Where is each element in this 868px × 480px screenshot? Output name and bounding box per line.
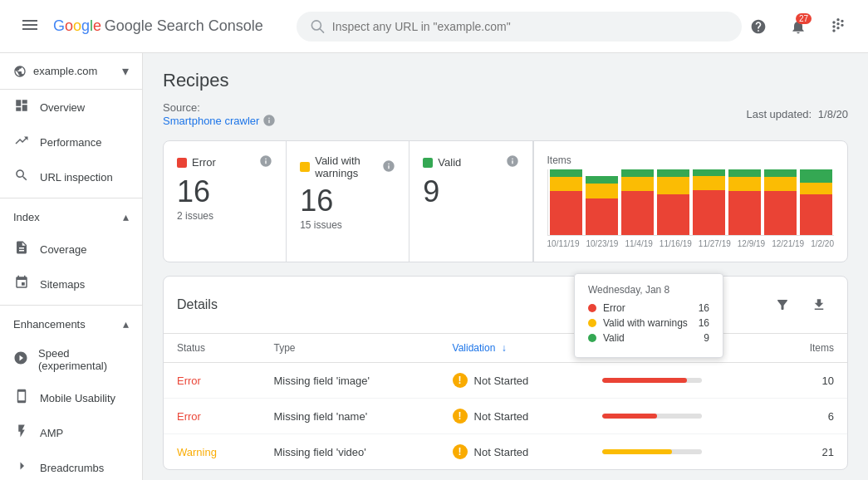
- x-axis-label: 10/11/19: [547, 239, 580, 248]
- table-row[interactable]: ErrorMissing field 'name' ! Not Started …: [164, 399, 847, 434]
- sidebar-item-speed[interactable]: Speed (experimental): [0, 339, 135, 380]
- sidebar-item-label: Breadcrumbs: [40, 462, 104, 474]
- bar-group: [764, 169, 797, 235]
- x-axis-label: 1/2/20: [811, 239, 834, 248]
- cell-validation: ! Not Started: [439, 363, 589, 399]
- bar-error: [764, 191, 797, 235]
- trend-bar: [602, 378, 702, 383]
- card-count: 9: [423, 177, 518, 207]
- sidebar-item-overview[interactable]: Overview: [0, 90, 135, 125]
- cell-items: 10: [773, 363, 847, 399]
- bar-warning: [693, 176, 725, 190]
- sidebar-item-breadcrumbs[interactable]: Breadcrumbs: [0, 450, 135, 480]
- bar-valid: [621, 169, 654, 177]
- x-axis-label: 10/23/19: [586, 239, 618, 248]
- bar-error: [800, 194, 832, 235]
- index-section-header[interactable]: Index ▴: [0, 202, 142, 232]
- bar-group: [800, 169, 832, 235]
- speed-icon: [13, 350, 28, 369]
- apps-button[interactable]: [821, 10, 855, 43]
- trend-bar-fill: [602, 414, 657, 419]
- bar-group: [586, 169, 618, 235]
- source-info: Source: Smartphone crawler: [163, 101, 276, 127]
- col-status[interactable]: Status: [164, 334, 261, 363]
- tooltip-date: Wednesday, Jan 8: [588, 284, 709, 296]
- tooltip-valid-dot: [588, 334, 596, 342]
- summary-card-warnings[interactable]: Valid with warnings 16 15 issues: [287, 141, 409, 262]
- help-button[interactable]: [742, 10, 775, 43]
- bar-valid: [800, 169, 832, 183]
- help-icon[interactable]: [259, 154, 272, 170]
- sidebar-item-label: URL inspection: [40, 171, 113, 184]
- tooltip-row-error: Error 16: [588, 302, 709, 314]
- bar-warning: [800, 183, 832, 194]
- sidebar-item-performance[interactable]: Performance: [0, 125, 135, 159]
- content-area: Recipes Source: Smartphone crawler Last …: [143, 53, 868, 480]
- summary-card-error[interactable]: Error 16 2 issues: [164, 141, 287, 262]
- search-input[interactable]: [332, 20, 728, 33]
- bar-group: [728, 169, 761, 235]
- source-value[interactable]: Smartphone crawler: [163, 114, 276, 127]
- table-row[interactable]: ErrorMissing field 'image' ! Not Started…: [164, 363, 847, 399]
- cell-validation: ! Not Started: [439, 434, 589, 470]
- x-axis-label: 11/4/19: [625, 239, 652, 248]
- chart-in-summary: Items 10/11/1910/23/1911/4/1911/16/1911/…: [533, 141, 848, 262]
- enhancements-section-header[interactable]: Enhancements ▴: [0, 309, 142, 339]
- warning-dot: [300, 162, 310, 172]
- details-actions: [767, 290, 834, 320]
- bar-group: [621, 169, 654, 235]
- card-count: 16: [300, 186, 395, 216]
- source-bar: Source: Smartphone crawler Last updated:…: [163, 101, 848, 127]
- last-updated-label: Last updated:: [746, 108, 812, 120]
- last-updated-value: 1/8/20: [818, 108, 848, 120]
- notifications-button[interactable]: 27: [782, 10, 815, 43]
- cell-type: Missing field 'name': [261, 399, 439, 434]
- download-button[interactable]: [804, 290, 834, 320]
- details-section: Details Status Type: [163, 276, 848, 470]
- trend-bar-fill: [602, 378, 687, 383]
- filter-button[interactable]: [767, 290, 797, 320]
- summary-cards: Error 16 2 issues Valid with warnings: [163, 140, 848, 262]
- details-header: Details: [164, 277, 847, 334]
- validation-icon: !: [453, 373, 468, 388]
- sidebar-item-mobile-usability[interactable]: Mobile Usability: [0, 380, 135, 415]
- performance-icon: [13, 133, 30, 151]
- index-section-title: Index: [13, 211, 116, 223]
- table-row[interactable]: WarningMissing field 'video' ! Not Start…: [164, 434, 847, 470]
- bar-valid: [764, 169, 797, 177]
- url-inspection-icon: [13, 168, 30, 186]
- validation-icon: !: [453, 444, 468, 459]
- sidebar: example.com ▾ Overview Performance URL i…: [0, 53, 143, 480]
- page-title: Recipes: [163, 70, 848, 91]
- trend-bar-fill: [602, 449, 672, 454]
- notification-count: 27: [796, 13, 812, 24]
- tooltip-error-label: Error: [603, 302, 692, 314]
- enhancements-section-title: Enhancements: [13, 318, 116, 331]
- valid-dot: [423, 158, 433, 168]
- tooltip-row-valid: Valid 9: [588, 332, 709, 344]
- mobile-usability-icon: [13, 389, 30, 407]
- summary-card-valid[interactable]: Valid 9: [409, 141, 532, 262]
- breadcrumbs-icon: [13, 458, 30, 477]
- bar-error: [586, 198, 618, 235]
- sidebar-item-coverage[interactable]: Coverage: [0, 232, 135, 267]
- col-type[interactable]: Type: [261, 334, 439, 363]
- validation-icon: !: [453, 409, 468, 424]
- sidebar-item-label: AMP: [40, 427, 63, 439]
- cell-status: Error: [164, 399, 261, 434]
- tooltip-valid-value: 9: [704, 332, 709, 344]
- help-icon[interactable]: [382, 159, 395, 175]
- col-validation[interactable]: Validation ↓: [439, 334, 589, 363]
- site-selector[interactable]: example.com ▾: [0, 53, 142, 90]
- sidebar-item-url-inspection[interactable]: URL inspection: [0, 159, 135, 194]
- col-items[interactable]: Items: [773, 334, 847, 363]
- card-issues: 15 issues: [300, 219, 395, 231]
- sort-icon: ↓: [502, 342, 507, 354]
- amp-icon: [13, 424, 30, 442]
- help-icon[interactable]: [506, 154, 519, 170]
- menu-icon[interactable]: [13, 8, 47, 44]
- svg-line-4: [320, 28, 323, 32]
- sidebar-item-amp[interactable]: AMP: [0, 415, 135, 450]
- bar-error: [550, 191, 582, 235]
- sidebar-item-sitemaps[interactable]: Sitemaps: [0, 267, 135, 301]
